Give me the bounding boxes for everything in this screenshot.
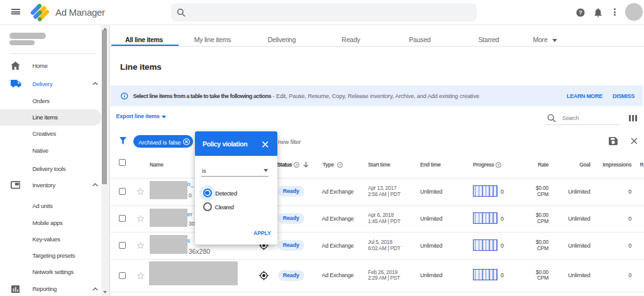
svg-text:?: ?: [338, 163, 341, 167]
svg-text:?: ?: [296, 163, 298, 167]
svg-text:?: ?: [579, 9, 582, 16]
svg-text:?: ?: [497, 163, 500, 167]
